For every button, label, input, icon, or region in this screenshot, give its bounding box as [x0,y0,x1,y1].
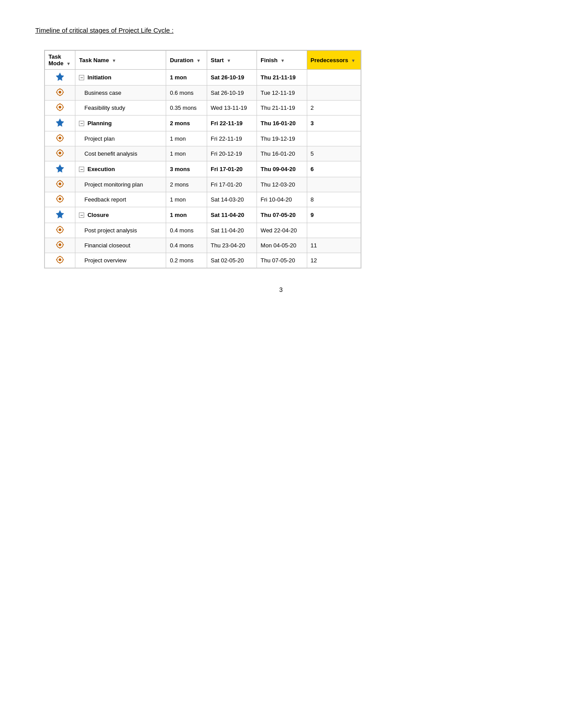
task-icon [56,137,64,144]
start-cell: Sat 14-03-20 [207,192,257,207]
col-header-duration[interactable]: Duration ▼ [166,51,207,70]
svg-marker-13 [56,119,64,127]
start-cell: Fri 20-12-19 [207,146,257,161]
predecessors-cell [307,223,361,238]
duration-cell: 0.4 mons [166,238,207,253]
task-name-cell: −Planning [75,116,166,131]
task-icon [56,106,64,113]
collapse-icon[interactable]: − [79,213,84,218]
svg-marker-39 [56,210,64,218]
task-name-label: Project plan [75,131,166,146]
duration-cell: 0.2 mons [166,253,207,268]
duration-cell: 0.6 mons [166,86,207,101]
predecessors-cell: 8 [307,192,361,207]
task-icon [56,229,64,235]
task-icon [56,198,64,205]
finish-cell: Fri 10-04-20 [257,192,307,207]
finish-cell: Wed 22-04-20 [257,223,307,238]
predecessors-cell: 9 [307,207,361,223]
start-cell: Sat 11-04-20 [207,223,257,238]
task-name-label: Post project analysis [75,223,166,238]
table-row: Feasibility study0.35 monsWed 13-11-19Th… [45,101,361,116]
table-header-row: TaskMode ▼ Task Name ▼ Duration ▼ Start … [45,51,361,70]
task-mode-cell [45,253,75,268]
start-cell: Sat 26-10-19 [207,86,257,101]
table-row: −Planning2 monsFri 22-11-19Thu 16-01-203 [45,116,361,131]
table-row: −Initiation1 monSat 26-10-19Thu 21-11-19 [45,70,361,86]
task-mode-cell [45,161,75,177]
predecessors-cell [307,70,361,86]
collapse-icon[interactable]: − [79,121,84,126]
task-mode-cell [45,192,75,207]
finish-cell: Thu 07-05-20 [257,207,307,223]
summary-task-name: Planning [87,120,112,127]
page-number: 3 [35,286,527,293]
col-header-taskname[interactable]: Task Name ▼ [75,51,166,70]
predecessors-cell [307,177,361,192]
finish-cell: Thu 09-04-20 [257,161,307,177]
task-mode-cell [45,70,75,86]
task-mode-cell [45,131,75,146]
duration-cell: 1 mon [166,192,207,207]
task-icon [56,152,64,159]
summary-task-name: Initiation [87,74,111,81]
task-icon [56,259,64,265]
task-name-label: Feasibility study [75,101,166,116]
table-row: Post project analysis0.4 monsSat 11-04-2… [45,223,361,238]
finish-cell: Thu 21-11-19 [257,70,307,86]
finish-cell: Thu 16-01-20 [257,146,307,161]
duration-cell: 1 mon [166,70,207,86]
duration-cell: 2 mons [166,177,207,192]
svg-point-21 [59,152,61,154]
duration-cell: 1 mon [166,207,207,223]
task-mode-cell [45,207,75,223]
table-row: Feedback report1 monSat 14-03-20Fri 10-0… [45,192,361,207]
summary-icon [55,168,65,175]
start-cell: Fri 17-01-20 [207,177,257,192]
start-cell: Fri 22-11-19 [207,131,257,146]
summary-icon [55,214,65,220]
summary-task-name: Closure [87,212,108,218]
col-header-finish[interactable]: Finish ▼ [257,51,307,70]
predecessors-cell: 2 [307,101,361,116]
task-name-label: Business case [75,86,166,101]
task-mode-cell [45,146,75,161]
start-cell: Wed 13-11-19 [207,101,257,116]
svg-point-2 [59,91,61,93]
start-cell: Fri 17-01-20 [207,161,257,177]
project-table: TaskMode ▼ Task Name ▼ Duration ▼ Start … [44,50,361,269]
predecessors-cell: 11 [307,238,361,253]
start-cell: Sat 11-04-20 [207,207,257,223]
table-row: Project overview0.2 monsSat 02-05-20Thu … [45,253,361,268]
task-mode-cell [45,116,75,131]
task-name-label: Financial closeout [75,238,166,253]
task-name-cell: −Execution [75,161,166,177]
summary-icon [55,122,65,129]
duration-cell: 3 mons [166,161,207,177]
task-icon [56,91,64,98]
predecessors-cell: 12 [307,253,361,268]
collapse-icon[interactable]: − [79,75,84,80]
task-mode-cell [45,86,75,101]
finish-cell: Mon 04-05-20 [257,238,307,253]
col-header-predecessors[interactable]: Predecessors ▼ [307,51,361,70]
col-header-taskmode[interactable]: TaskMode ▼ [45,51,75,70]
start-cell: Thu 23-04-20 [207,238,257,253]
finish-cell: Thu 12-03-20 [257,177,307,192]
duration-cell: 1 mon [166,131,207,146]
collapse-icon[interactable]: − [79,167,84,172]
predecessors-cell: 6 [307,161,361,177]
svg-point-28 [59,183,61,185]
table-row: Project plan1 monFri 22-11-19Thu 19-12-1… [45,131,361,146]
finish-cell: Thu 21-11-19 [257,101,307,116]
col-header-start[interactable]: Start ▼ [207,51,257,70]
task-icon [56,183,64,190]
table-row: Business case0.6 monsSat 26-10-19Tue 12-… [45,86,361,101]
task-mode-cell [45,238,75,253]
svg-point-53 [59,258,61,261]
table-row: Project monitoring plan2 monsFri 17-01-2… [45,177,361,192]
task-mode-cell [45,101,75,116]
start-cell: Sat 26-10-19 [207,70,257,86]
summary-task-name: Execution [87,166,115,172]
duration-cell: 1 mon [166,146,207,161]
